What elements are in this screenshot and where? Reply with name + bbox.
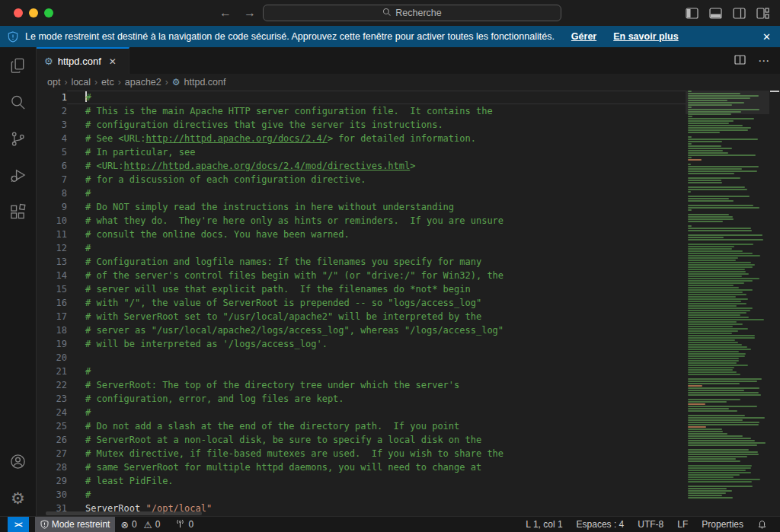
minimap-line [688,273,749,275]
code-line[interactable]: 19# will be interpreted as '/logs/access… [37,337,686,351]
cursor-position-status[interactable]: L 1, col 1 [519,517,569,532]
minimap-line [688,463,769,464]
remote-indicator[interactable]: >< [8,517,29,532]
more-actions-icon[interactable]: ⋯ [758,54,769,68]
tab-close-icon[interactable]: ✕ [109,56,117,67]
split-editor-icon[interactable] [734,54,746,68]
toggle-primary-sidebar-icon[interactable] [686,8,698,19]
code-line[interactable]: 20 [37,351,686,365]
source-control-icon[interactable] [0,120,37,157]
code-line[interactable]: 17# with ServerRoot set to "/usr/local/a… [37,310,686,323]
settings-gear-icon[interactable]: ⚙ [0,479,37,516]
navigate-back-icon[interactable]: ← [219,6,232,20]
notifications-bell-icon[interactable] [750,517,774,532]
code-line[interactable]: 13# Configuration and logfile names: If … [37,255,686,269]
minimap-line [688,305,737,307]
code-line[interactable]: 18# server as "/usr/local/apache2/logs/a… [37,323,686,337]
minimap-line [688,278,759,279]
command-center-search[interactable]: Recherche [263,5,561,21]
breadcrumb-item[interactable]: local [71,77,91,88]
minimize-window-button[interactable] [29,8,38,18]
language-mode-status[interactable]: Properties [695,517,750,532]
breadcrumb[interactable]: opt›local›etc›apache2›⚙httpd.conf [37,74,780,91]
minimap-line [688,148,732,149]
code-line[interactable]: 15# server will use that explicit path. … [37,282,686,296]
code-line[interactable]: 3# configuration directives that give th… [37,118,686,132]
line-number: 7 [37,173,67,186]
code-line[interactable]: 22# ServerRoot: The top of the directory… [37,378,686,392]
tab-label: httpd.conf [58,56,101,67]
minimap-line [688,392,759,393]
manage-trust-link[interactable]: Gérer [571,31,596,42]
code-line[interactable]: 27# Mutex directive, if file-based mutex… [37,447,686,460]
line-content: # with ServerRoot set to "/usr/local/apa… [67,310,686,323]
breadcrumb-file[interactable]: httpd.conf [184,77,226,88]
indentation-status[interactable]: Espaces : 4 [570,517,631,532]
code-line[interactable]: 14# of the server's control files begin … [37,269,686,282]
code-line[interactable]: 23# configuration, error, and log files … [37,392,686,406]
minimap-line [688,314,740,316]
banner-close-icon[interactable]: ✕ [762,31,771,43]
code-line[interactable]: 4# See <URL:http://httpd.apache.org/docs… [37,132,686,145]
minimap-line [688,132,720,133]
toggle-secondary-sidebar-icon[interactable] [733,8,746,19]
minimap-line [688,417,765,419]
banner-message: Le mode restreint est destiné à la navig… [25,31,555,42]
code-line[interactable]: 28# same ServerRoot for multiple httpd d… [37,460,686,474]
minimap-slider[interactable] [686,91,769,114]
problems-status[interactable]: ⊗ 0 ⚠ 0 [115,517,165,532]
restricted-mode-status[interactable]: Mode restreint [35,517,116,532]
minimap-line [688,424,759,425]
zoom-window-button[interactable] [44,8,53,18]
code-line[interactable]: 6# <URL:http://httpd.apache.org/docs/2.4… [37,159,686,173]
run-debug-icon[interactable] [0,157,37,193]
breadcrumb-item[interactable]: apache2 [125,77,161,88]
line-content: # server will use that explicit path. If… [67,282,686,296]
code-line[interactable]: 30# [37,488,686,502]
code-line[interactable]: 24# [37,406,686,419]
code-line[interactable]: 16# with "/", the value of ServerRoot is… [37,296,686,310]
minimap-line [688,360,739,362]
code-line[interactable]: 2# This is the main Apache HTTP server c… [37,104,686,118]
minimap-line [688,326,733,327]
code-line[interactable]: 29# least PidFile. [37,474,686,488]
close-window-button[interactable] [14,8,23,18]
breadcrumb-item[interactable]: etc [101,77,114,88]
code-line[interactable]: 10# what they do. They're here only as h… [37,214,686,228]
encoding-status[interactable]: UTF-8 [631,517,670,532]
window-controls [14,8,53,18]
code-line[interactable]: 26# ServerRoot at a non-local disk, be s… [37,433,686,447]
ports-status[interactable]: 0 [170,517,199,532]
accounts-icon[interactable] [0,443,37,479]
breadcrumb-item[interactable]: opt [47,77,60,88]
learn-more-link[interactable]: En savoir plus [613,31,678,42]
tab-httpd-conf[interactable]: ⚙ httpd.conf ✕ [37,47,129,74]
code-line[interactable]: 11# consult the online docs. You have be… [37,228,686,241]
explorer-icon[interactable] [0,47,37,84]
code-line[interactable]: 12# [37,241,686,255]
minimap-line [688,339,735,341]
minimap[interactable] [686,91,769,516]
code-line[interactable]: 25# Do not add a slash at the end of the… [37,419,686,433]
minimap-line [688,193,769,195]
code-editor[interactable]: 1#2# This is the main Apache HTTP server… [37,91,780,516]
code-line[interactable]: 5# In particular, see [37,145,686,159]
minimap-line [688,127,751,129]
minimap-line [688,403,705,405]
line-number: 27 [37,447,67,460]
code-line[interactable]: 1# [37,91,686,104]
minimap-line [688,221,723,222]
eol-status[interactable]: LF [670,517,695,532]
navigate-forward-icon[interactable]: → [244,6,256,20]
search-view-icon[interactable] [0,84,37,120]
toggle-panel-icon[interactable] [709,8,722,19]
extensions-icon[interactable] [0,193,37,230]
code-line[interactable]: 21# [37,365,686,378]
code-line[interactable]: 9# Do NOT simply read the instructions i… [37,200,686,214]
horizontal-scrollbar[interactable] [46,511,202,515]
minimap-line [688,244,753,245]
customize-layout-icon[interactable] [756,8,769,19]
code-line[interactable]: 7# for a discussion of each configuratio… [37,173,686,186]
code-line[interactable]: 8# [37,186,686,200]
minimap-line [688,397,769,398]
